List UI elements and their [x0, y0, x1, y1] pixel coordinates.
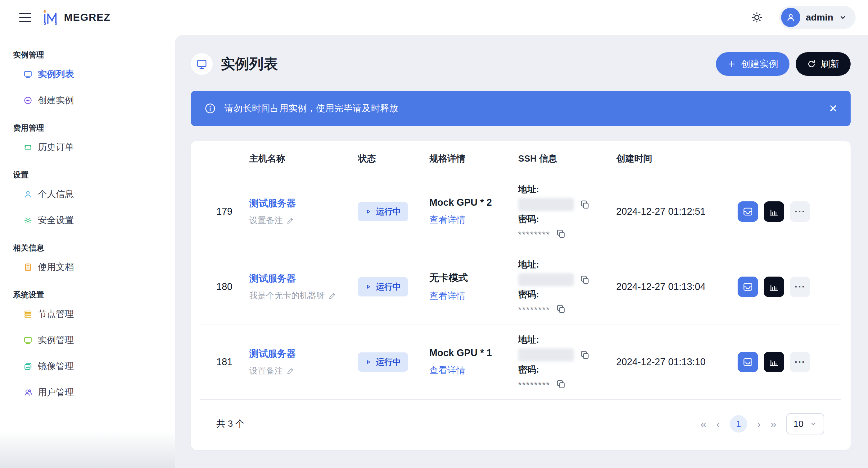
banner-close-button[interactable]: ✕	[829, 103, 838, 114]
hamburger-icon	[19, 13, 31, 14]
monitoring-button[interactable]	[764, 276, 784, 297]
ssh-password-label: 密码:	[518, 213, 604, 226]
sidebar-item-profile[interactable]: 个人信息	[0, 181, 175, 207]
status-text: 运行中	[376, 356, 401, 368]
table-row: 179 测试服务器 设置备注	[200, 174, 841, 249]
console-button[interactable]	[738, 352, 758, 372]
spec-text: Mock GPU * 1	[429, 347, 506, 359]
pagination: « ‹ 1 › » 10	[701, 413, 825, 434]
page-size-select[interactable]: 10	[786, 413, 824, 434]
sidebar-item-create-instance[interactable]: 创建实例	[0, 87, 175, 113]
console-button[interactable]	[738, 276, 758, 297]
sidebar-item-security[interactable]: 安全设置	[0, 207, 175, 233]
chevron-left-icon: ‹	[716, 418, 720, 430]
page-number-button[interactable]: 1	[730, 415, 747, 433]
image-icon	[23, 362, 33, 371]
instance-name-link[interactable]: 测试服务器	[249, 272, 345, 285]
copy-password-button[interactable]	[556, 228, 566, 239]
monitoring-button[interactable]	[764, 352, 784, 372]
col-spec: 规格详情	[417, 153, 506, 165]
copy-address-button[interactable]	[580, 199, 590, 210]
copy-password-button[interactable]	[556, 379, 566, 389]
sidebar-item-order-history[interactable]: 历史订单	[0, 134, 175, 160]
sidebar-item-instance-mgmt[interactable]: 实例管理	[0, 327, 175, 353]
copy-icon	[580, 274, 590, 285]
sun-icon	[751, 11, 763, 24]
instance-id: 179	[200, 206, 237, 217]
create-instance-button[interactable]: 创建实例	[716, 52, 789, 76]
console-button[interactable]	[738, 201, 758, 222]
more-actions-button[interactable]: ···	[790, 352, 810, 372]
instance-id: 180	[200, 281, 237, 292]
ellipsis-icon: ···	[795, 356, 806, 368]
sidebar-item-image-mgmt[interactable]: 镜像管理	[0, 353, 175, 379]
copy-icon	[556, 228, 566, 239]
plus-icon	[727, 59, 736, 69]
view-details-link[interactable]: 查看详情	[429, 214, 506, 226]
sidebar-item-node-mgmt[interactable]: 节点管理	[0, 301, 175, 327]
sidebar-section-billing: 费用管理	[13, 123, 175, 133]
ellipsis-icon: ···	[795, 281, 806, 292]
status-badge: 运行中	[358, 352, 408, 372]
view-details-link[interactable]: 查看详情	[429, 364, 506, 377]
bar-chart-icon	[768, 356, 779, 368]
sidebar-item-label: 镜像管理	[38, 360, 74, 373]
created-time: 2024-12-27 01:13:04	[604, 281, 719, 292]
edit-note-icon[interactable]	[329, 292, 337, 299]
instance-name-link[interactable]: 测试服务器	[249, 347, 345, 360]
ssh-password-label: 密码:	[518, 288, 604, 301]
sidebar-item-user-mgmt[interactable]: 用户管理	[0, 379, 175, 406]
user-name: admin	[806, 12, 833, 23]
refresh-icon	[807, 59, 816, 69]
first-page-button[interactable]: «	[701, 418, 707, 429]
monitoring-button[interactable]	[764, 201, 784, 222]
inbox-icon	[742, 206, 753, 217]
refresh-label: 刷新	[821, 58, 839, 70]
sidebar-item-label: 使用文档	[38, 261, 74, 273]
ellipsis-icon: ···	[795, 206, 806, 217]
created-time: 2024-12-27 01:13:10	[604, 356, 719, 368]
instance-table-card: 主机名称 状态 规格详情 SSH 信息 创建时间 179 测试服务器 设置备注	[191, 141, 850, 450]
table-row: 180 测试服务器 我是个无卡的机器呀	[200, 249, 841, 324]
copy-address-button[interactable]	[580, 274, 590, 285]
instance-note: 设置备注	[249, 215, 283, 226]
play-icon	[365, 283, 372, 291]
copy-address-button[interactable]	[580, 350, 590, 360]
chevron-right-icon: ›	[757, 418, 761, 430]
sidebar-item-docs[interactable]: 使用文档	[0, 254, 175, 280]
instance-name-link[interactable]: 测试服务器	[249, 197, 345, 210]
next-page-button[interactable]: ›	[757, 418, 761, 429]
notice-banner: 请勿长时间占用实例，使用完毕请及时释放 ✕	[191, 91, 850, 126]
copy-password-button[interactable]	[556, 303, 566, 314]
sidebar-item-label: 节点管理	[38, 308, 74, 320]
user-menu-button[interactable]: admin	[779, 6, 856, 29]
ssh-address-label: 地址:	[518, 334, 604, 346]
sidebar-item-label: 安全设置	[38, 214, 74, 227]
double-chevron-left-icon: «	[701, 418, 707, 430]
edit-note-icon[interactable]	[286, 367, 294, 375]
last-page-button[interactable]: »	[771, 418, 776, 429]
more-actions-button[interactable]: ···	[790, 276, 810, 297]
view-details-link[interactable]: 查看详情	[429, 290, 506, 302]
app-window: MEGREZ admin	[0, 0, 868, 468]
monitor-icon	[23, 335, 33, 345]
inbox-icon	[742, 356, 753, 368]
sidebar-section-settings: 设置	[13, 170, 175, 180]
refresh-button[interactable]: 刷新	[796, 52, 850, 76]
user-icon	[23, 189, 33, 199]
theme-toggle-button[interactable]	[751, 11, 763, 24]
prev-page-button[interactable]: ‹	[716, 418, 720, 429]
ssh-password-label: 密码:	[518, 363, 604, 376]
sidebar-item-instance-list[interactable]: 实例列表	[0, 61, 175, 87]
total-count: 共 3 个	[216, 418, 244, 430]
menu-toggle-button[interactable]	[18, 11, 33, 24]
table-footer: 共 3 个 « ‹ 1 › » 10	[200, 400, 841, 450]
sidebar-section-instance-mgmt: 实例管理	[13, 50, 175, 60]
status-badge: 运行中	[358, 277, 408, 296]
copy-icon	[580, 350, 590, 360]
edit-note-icon[interactable]	[286, 216, 294, 224]
users-icon	[23, 388, 33, 397]
more-actions-button[interactable]: ···	[790, 201, 810, 222]
ssh-address-redacted	[518, 348, 574, 361]
bar-chart-icon	[768, 281, 779, 292]
